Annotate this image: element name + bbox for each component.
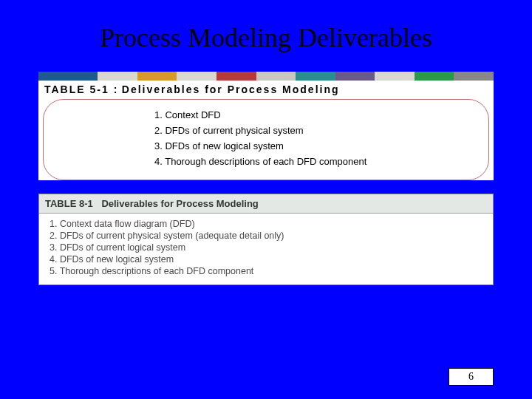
page-number: 6	[449, 368, 494, 386]
figure-table-8-1: TABLE 8-1 Deliverables for Process Model…	[38, 194, 494, 285]
list-item: DFDs of new logical system	[50, 253, 485, 265]
table-8-1-header: TABLE 8-1 Deliverables for Process Model…	[39, 194, 493, 214]
slide-title: Process Modeling Deliverables	[0, 0, 532, 53]
table-5-1-items-box: Context DFD DFDs of current physical sys…	[43, 99, 489, 180]
list-item: DFDs of current physical system (adequat…	[50, 230, 485, 242]
table-8-1-label: TABLE 8-1	[45, 198, 93, 209]
table-5-1-label: TABLE 5-1 :	[44, 83, 118, 95]
list-item: DFDs of current logical system	[50, 242, 485, 253]
table-5-1-caption: Deliverables for Process Modeling	[122, 83, 340, 95]
list-item: Thorough descriptions of each DFD compon…	[154, 154, 488, 169]
list-item: Context data flow diagram (DFD)	[50, 218, 485, 230]
table-8-1-caption: Deliverables for Process Modeling	[101, 198, 258, 209]
list-item: Context DFD	[154, 107, 488, 123]
decorative-color-bar	[38, 72, 494, 81]
list-item: DFDs of new logical system	[154, 138, 488, 154]
table-8-1-items: Context data flow diagram (DFD) DFDs of …	[39, 214, 493, 284]
figure-table-5-1: TABLE 5-1 : Deliverables for Process Mod…	[38, 72, 494, 180]
list-item: Thorough descriptions of each DFD compon…	[50, 265, 485, 277]
list-item: DFDs of current physical system	[154, 123, 488, 138]
